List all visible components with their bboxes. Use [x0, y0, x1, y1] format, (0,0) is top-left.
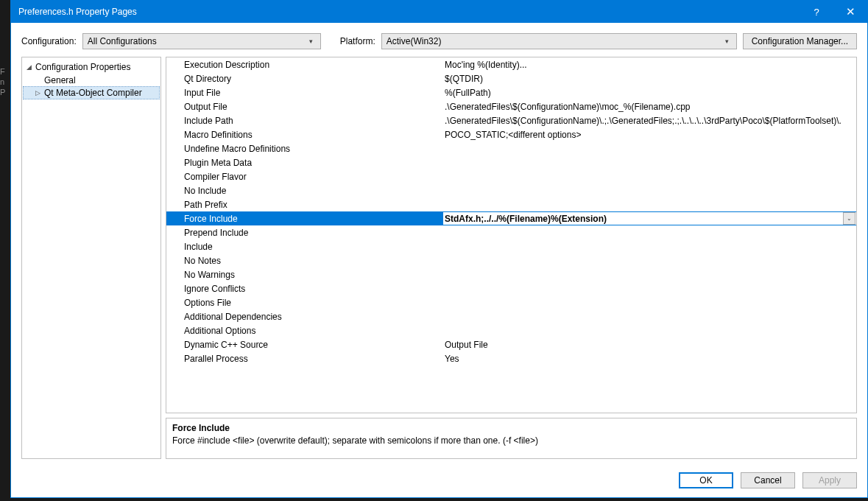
property-label: Qt Directory [166, 74, 443, 84]
chevron-down-icon: ▾ [721, 38, 733, 45]
property-row[interactable]: Dynamic C++ SourceOutput File [166, 337, 856, 351]
property-label: Additional Dependencies [166, 312, 443, 322]
property-value[interactable]: $(QTDIR) [443, 74, 856, 84]
configuration-combo[interactable]: All Configurations ▾ [82, 33, 321, 49]
property-value[interactable]: Output File [443, 340, 856, 350]
property-label: No Include [166, 186, 443, 196]
chevron-down-icon[interactable]: ⌄ [843, 212, 855, 225]
property-label: Compiler Flavor [166, 172, 443, 182]
description-title: Force Include [172, 423, 850, 433]
property-row[interactable]: Include Path.\GeneratedFiles\$(Configura… [166, 113, 856, 127]
property-row[interactable]: Output File.\GeneratedFiles\$(Configurat… [166, 99, 856, 113]
platform-label: Platform: [340, 36, 375, 46]
expand-icon: ▷ [35, 89, 44, 97]
property-label: Undefine Macro Definitions [166, 144, 443, 154]
property-grid: Execution DescriptionMoc'ing %(Identity)… [166, 57, 857, 413]
property-row[interactable]: Prepend Include [166, 225, 856, 239]
right-panel: Execution DescriptionMoc'ing %(Identity)… [166, 57, 857, 459]
property-row[interactable]: Compiler Flavor [166, 169, 856, 183]
property-row[interactable]: Include [166, 239, 856, 253]
body-area: ◢ Configuration Properties General ▷ Qt … [11, 57, 867, 466]
property-row[interactable]: Undefine Macro Definitions [166, 141, 856, 155]
description-text: Force #include <file> (overwrite default… [172, 435, 850, 446]
close-icon: ✕ [846, 5, 855, 18]
property-label: Input File [166, 88, 443, 98]
property-pages-dialog: Preferences.h Property Pages ? ✕ Configu… [10, 0, 868, 498]
property-row[interactable]: Parallel ProcessYes [166, 351, 856, 365]
property-row[interactable]: Path Prefix [166, 197, 856, 211]
window-title: Preferences.h Property Pages [18, 7, 800, 17]
property-value[interactable]: %(FullPath) [443, 88, 856, 98]
property-label: No Warnings [166, 270, 443, 280]
property-row[interactable]: No Include [166, 183, 856, 197]
help-icon: ? [814, 7, 819, 18]
apply-button[interactable]: Apply [802, 472, 857, 488]
property-row[interactable]: Execution DescriptionMoc'ing %(Identity)… [166, 57, 856, 71]
platform-combo[interactable]: Active(Win32) ▾ [381, 33, 737, 49]
collapse-icon: ◢ [27, 63, 35, 71]
property-label: Force Include [166, 214, 443, 224]
property-label: Options File [166, 298, 443, 308]
property-label: Ignore Conflicts [166, 284, 443, 294]
property-value[interactable]: .\GeneratedFiles\$(ConfigurationName)\.;… [443, 116, 856, 126]
property-value[interactable]: Moc'ing %(Identity)... [443, 60, 856, 70]
help-button[interactable]: ? [800, 1, 833, 23]
property-row[interactable]: Additional Dependencies [166, 309, 856, 323]
property-value[interactable]: StdAfx.h;../../%(Filename)%(Extension)⌄ [443, 212, 856, 225]
background-fragment: FnP [0, 66, 7, 97]
property-label: Path Prefix [166, 200, 443, 210]
toolbar: Configuration: All Configurations ▾ Plat… [11, 23, 867, 57]
property-label: Dynamic C++ Source [166, 340, 443, 350]
chevron-down-icon: ▾ [306, 38, 317, 45]
property-label: Include Path [166, 116, 443, 126]
description-panel: Force Include Force #include <file> (ove… [166, 418, 857, 459]
property-label: No Notes [166, 256, 443, 266]
property-row[interactable]: Options File [166, 295, 856, 309]
property-row[interactable]: Force IncludeStdAfx.h;../../%(Filename)%… [166, 211, 856, 225]
tree-root-configuration-properties[interactable]: ◢ Configuration Properties [24, 60, 159, 74]
property-label: Include [166, 242, 443, 252]
property-row[interactable]: Qt Directory$(QTDIR) [166, 71, 856, 85]
ok-button[interactable]: OK [679, 472, 733, 488]
configuration-label: Configuration: [21, 36, 77, 46]
property-value[interactable]: .\GeneratedFiles\$(ConfigurationName)\mo… [443, 102, 856, 112]
property-label: Macro Definitions [166, 130, 443, 140]
property-label: Prepend Include [166, 228, 443, 238]
property-row[interactable]: No Notes [166, 253, 856, 267]
property-value[interactable]: POCO_STATIC;<different options> [443, 130, 856, 140]
property-label: Execution Description [166, 60, 443, 70]
property-label: Parallel Process [166, 354, 443, 364]
property-label: Additional Options [166, 326, 443, 336]
property-row[interactable]: No Warnings [166, 267, 856, 281]
platform-value: Active(Win32) [387, 36, 721, 46]
property-label: Plugin Meta Data [166, 158, 443, 168]
property-row[interactable]: Ignore Conflicts [166, 281, 856, 295]
tree-item-qt-moc[interactable]: ▷ Qt Meta-Object Compiler [23, 86, 160, 99]
button-row: OK Cancel Apply [11, 466, 867, 497]
property-row[interactable]: Input File%(FullPath) [166, 85, 856, 99]
property-row[interactable]: Additional Options [166, 323, 856, 337]
tree-item-general[interactable]: General [24, 74, 159, 87]
configuration-manager-button[interactable]: Configuration Manager... [743, 33, 857, 49]
property-row[interactable]: Macro DefinitionsPOCO_STATIC;<different … [166, 127, 856, 141]
configuration-value: All Configurations [88, 36, 306, 46]
property-row[interactable]: Plugin Meta Data [166, 155, 856, 169]
titlebar: Preferences.h Property Pages ? ✕ [11, 1, 867, 23]
property-value[interactable]: Yes [443, 354, 856, 364]
tree-panel: ◢ Configuration Properties General ▷ Qt … [21, 57, 161, 459]
close-button[interactable]: ✕ [833, 1, 867, 23]
property-label: Output File [166, 102, 443, 112]
cancel-button[interactable]: Cancel [741, 472, 795, 488]
